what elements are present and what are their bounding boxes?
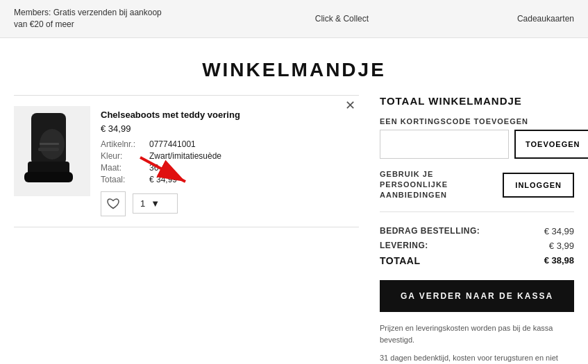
red-arrow xyxy=(133,150,196,194)
top-banner: Members: Gratis verzenden bij aankoop va… xyxy=(0,0,588,38)
click-collect-link[interactable]: Click & Collect xyxy=(315,14,369,24)
chevron-down-icon: ▼ xyxy=(151,198,160,209)
quantity-value: 1 xyxy=(140,198,145,209)
shipping-row: LEVERING: € 3,99 xyxy=(380,241,574,251)
discount-row: TOEVOEGEN xyxy=(380,130,574,159)
summary-title: TOTAAL WINKELMANDJE xyxy=(380,95,574,107)
discount-section: EEN KORTINGSCODE TOEVOEGEN TOEVOEGEN xyxy=(380,117,574,159)
boot-svg xyxy=(17,110,87,193)
footer-note-2-text: 31 dagen bedenktijd, kosten voor terugst… xyxy=(380,354,558,364)
wishlist-button[interactable] xyxy=(101,191,126,216)
order-amount-row: BEDRAG BESTELLING: € 34,99 xyxy=(380,226,574,236)
shipping-label: LEVERING: xyxy=(380,241,428,251)
svg-rect-2 xyxy=(24,172,73,182)
banner-left-text: Members: Gratis verzenden bij aankoop va… xyxy=(14,7,167,31)
order-summary: TOTAAL WINKELMANDJE EEN KORTINGSCODE TOE… xyxy=(380,95,574,364)
main-content: ✕ Chelseaboots met teddy voering € 34,99 xyxy=(0,95,588,364)
login-button[interactable]: INLOGGEN xyxy=(503,173,574,198)
product-actions: 1 ▼ xyxy=(101,191,359,216)
article-value: 0777441001 xyxy=(149,139,196,149)
close-button[interactable]: ✕ xyxy=(342,96,359,115)
heart-icon xyxy=(107,198,119,209)
product-section: ✕ Chelseaboots met teddy voering € 34,99 xyxy=(14,95,359,364)
article-label: Artikelnr.: xyxy=(101,139,146,149)
personal-offers-row: GEBRUIK JE PERSOONLIJKE AANBIEDINGEN INL… xyxy=(380,169,574,201)
checkout-button[interactable]: GA VERDER NAAR DE KASSA xyxy=(380,280,574,312)
order-amount-label: BEDRAG BESTELLING: xyxy=(380,226,480,236)
totals-section: BEDRAG BESTELLING: € 34,99 LEVERING: € 3… xyxy=(380,226,574,266)
article-row: Artikelnr.: 0777441001 xyxy=(101,139,359,149)
personal-offers-section: GEBRUIK JE PERSOONLIJKE AANBIEDINGEN INL… xyxy=(380,169,574,212)
footer-note-1: Prijzen en leveringskosten worden pas bi… xyxy=(380,322,574,347)
svg-rect-4 xyxy=(38,148,59,151)
add-discount-button[interactable]: TOEVOEGEN xyxy=(514,130,588,159)
personal-offers-label: GEBRUIK JE PERSOONLIJKE AANBIEDINGEN xyxy=(380,169,477,201)
product-price: € 34,99 xyxy=(101,123,359,134)
quantity-selector[interactable]: 1 ▼ xyxy=(133,193,178,214)
page-title-section: WINKELMANDJE xyxy=(0,38,588,95)
shipping-value: € 3,99 xyxy=(549,241,574,251)
svg-line-7 xyxy=(140,157,185,182)
discount-input[interactable] xyxy=(380,130,509,159)
gift-cards-link[interactable]: Cadeaukaarten xyxy=(517,14,574,24)
svg-rect-5 xyxy=(40,143,59,145)
grand-total-row: TOTAAL € 38,98 xyxy=(380,255,574,266)
discount-label: EEN KORTINGSCODE TOEVOEGEN xyxy=(380,117,574,125)
product-image xyxy=(14,106,90,196)
footer-notes: Prijzen en leveringskosten worden pas bi… xyxy=(380,322,574,364)
footer-note-2: 31 dagen bedenktijd, kosten voor terugst… xyxy=(380,352,574,364)
order-amount-value: € 34,99 xyxy=(544,226,574,236)
grand-total-value: € 38,98 xyxy=(544,255,574,266)
page-title: WINKELMANDJE xyxy=(14,59,574,81)
grand-total-label: TOTAAL xyxy=(380,255,420,266)
product-name: Chelseaboots met teddy voering xyxy=(101,110,359,120)
